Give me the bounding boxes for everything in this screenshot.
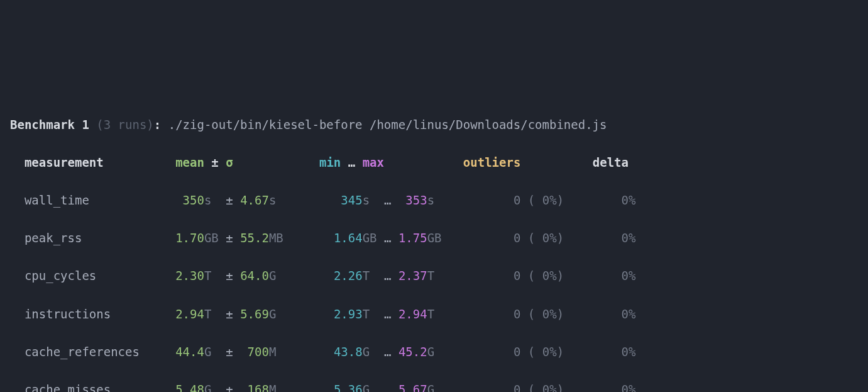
measurement-name: peak_rss [25, 231, 82, 245]
measurement-name: cache_references [25, 345, 140, 359]
min-value: 345 [341, 193, 362, 207]
delta-value: 0% [622, 193, 636, 207]
header-row: measurement mean ± σ min … max outliers … [10, 153, 858, 172]
benchmark-title-line: Benchmark 1 (3 runs): ./zig-out/bin/kies… [10, 115, 858, 134]
measurement-name: instructions [25, 307, 111, 321]
table-row: cpu_cycles 2.30T ± 64.0G 2.26T … 2.37T 0… [10, 266, 858, 285]
benchmark-command: ./zig-out/bin/kiesel-before /home/linus/… [168, 118, 607, 132]
table-row: wall_time 350s ± 4.67s 345s … 353s 0 ( 0… [10, 191, 858, 210]
outliers-n: 0 [514, 193, 520, 207]
sigma-value: 4.67 [240, 193, 269, 207]
header-mean: mean [175, 155, 204, 169]
measurement-name: cache_misses [25, 383, 111, 392]
table-row: peak_rss 1.70GB ± 55.2MB 1.64GB … 1.75GB… [10, 228, 858, 247]
benchmark-label: Benchmark 1 [10, 118, 89, 132]
table-row: cache_misses 5.48G ± 168M 5.36G … 5.67G … [10, 380, 858, 392]
max-value: 353 [405, 193, 427, 207]
terminal-output: { "headers": { "measurement": "measureme… [0, 38, 868, 392]
measurement-name: wall_time [25, 193, 89, 207]
outliers-pct: 0% [542, 193, 557, 207]
measurement-name: cpu_cycles [25, 269, 96, 283]
table-row: instructions 2.94T ± 5.69G 2.93T … 2.94T… [10, 305, 858, 323]
header-outliers: outliers [463, 155, 521, 169]
header-min: min [319, 155, 341, 169]
mean-value: 350 [183, 193, 204, 207]
header-measurement: measurement [25, 155, 104, 169]
header-sigma: σ [226, 155, 233, 169]
table-row: cache_references 44.4G ± 700M 43.8G … 45… [10, 342, 858, 361]
header-max: max [363, 155, 384, 169]
header-delta: delta [593, 155, 629, 169]
benchmark-runs: (3 runs) [96, 118, 154, 132]
